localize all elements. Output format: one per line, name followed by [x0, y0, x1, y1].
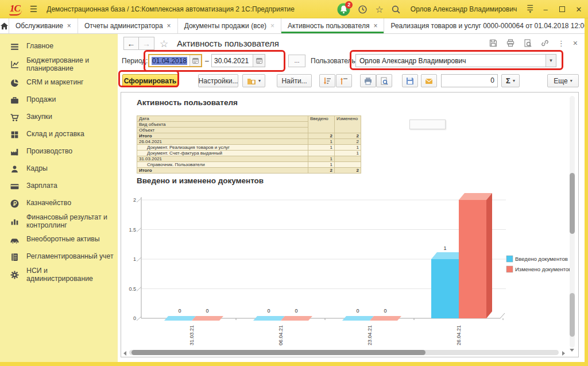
sum-field[interactable]: 0 [441, 74, 498, 87]
main-menu-icon[interactable]: ☰ [30, 4, 37, 14]
empty-tooltip [409, 120, 446, 129]
sidebar-item-menu[interactable]: Главное [0, 38, 118, 55]
horizontal-scrollbar[interactable] [129, 350, 559, 355]
page-title: Активность пользователя [177, 38, 279, 48]
svg-text:31.03.21: 31.03.21 [189, 325, 195, 345]
period-from-input[interactable]: 01.04.2018 [148, 54, 202, 67]
tab-1[interactable]: Обслуживание× [9, 18, 78, 33]
print-icon[interactable] [506, 38, 515, 48]
table-row: Итого22 [137, 168, 361, 174]
tab-5[interactable]: Реализация товаров и услуг 0000-000064 о… [384, 18, 588, 33]
card-icon [10, 182, 20, 191]
sidebar-item-car[interactable]: Внеоборотные активы [0, 231, 118, 248]
expand-groups-button[interactable] [319, 74, 335, 87]
favorites-icon[interactable]: ☆ [375, 5, 383, 14]
tab-close-icon[interactable]: × [67, 22, 71, 30]
print-preview-button[interactable] [376, 74, 392, 87]
preview-icon[interactable] [523, 38, 532, 48]
sidebar-item-ruble[interactable]: Казначейство [0, 195, 118, 212]
close-form-icon[interactable]: × [573, 38, 578, 48]
vertical-scrollbar[interactable] [570, 96, 575, 348]
save-icon[interactable] [489, 38, 498, 48]
row-value-cell [335, 162, 361, 168]
tab-label: Реализация товаров и услуг 0000-000064 о… [390, 22, 588, 30]
sidebar-item-person[interactable]: Кадры [0, 160, 118, 178]
sidebar-item-cart[interactable]: Закупки [0, 109, 118, 126]
printer-icon [363, 76, 373, 86]
notifications-button[interactable]: 2 [337, 3, 350, 16]
sidebar-item-bars[interactable]: Финансовый результат и контроллинг [0, 212, 118, 231]
sidebar-item-card[interactable]: Зарплата [0, 178, 118, 195]
settings-button[interactable]: Настройки... [198, 74, 238, 87]
sidebar-item-label: CRM и маркетинг [26, 79, 84, 87]
row-value-cell [308, 151, 335, 156]
forward-button[interactable]: → [139, 37, 154, 50]
calendar-icon[interactable] [253, 55, 265, 67]
range-dash: – [205, 57, 209, 65]
sidebar-item-ledger[interactable]: Регламентированный учет [0, 248, 118, 265]
svg-text:0: 0 [356, 308, 359, 314]
more-button[interactable]: Еще▾ [547, 74, 579, 87]
print-button[interactable] [360, 74, 376, 87]
search-icon[interactable] [391, 5, 401, 14]
vertical-scrollbar-thumb[interactable] [570, 173, 575, 234]
report-variants-button[interactable]: ▾ [242, 74, 265, 87]
notification-badge: 2 [345, 1, 353, 9]
sidebar-item-label: Закупки [26, 113, 52, 121]
generate-button[interactable]: Сформировать [122, 74, 178, 87]
minimize-button[interactable]: – [541, 5, 550, 14]
ledger-icon [10, 252, 20, 262]
svg-text:1: 1 [133, 256, 136, 262]
ruble-icon [10, 199, 20, 209]
scroll-left-arrow[interactable] [123, 351, 126, 356]
sidebar-item-factory[interactable]: Производство [0, 143, 118, 160]
scroll-right-arrow[interactable] [562, 351, 565, 356]
tab-close-icon[interactable]: × [373, 22, 377, 30]
vertical-scrollbar-thumb2[interactable] [570, 293, 575, 337]
link-icon[interactable] [540, 38, 550, 48]
sidebar-item-label: Зарплата [26, 182, 57, 190]
calendar-icon[interactable] [189, 55, 201, 66]
tab-2[interactable]: Отчеты администратора× [78, 18, 178, 33]
history-icon[interactable] [358, 5, 368, 14]
favorite-star-icon[interactable]: ☆ [160, 38, 168, 50]
tab-close-icon[interactable]: × [167, 22, 171, 30]
row-value-cell: 1 [308, 139, 335, 145]
sidebar-item-briefcase[interactable]: Продажи [0, 91, 118, 109]
tab-close-icon[interactable]: × [270, 22, 274, 30]
send-mail-button[interactable] [421, 74, 437, 87]
close-window-button[interactable]: ✕ [574, 5, 583, 14]
svg-text:0: 0 [295, 308, 297, 314]
home-tab[interactable] [0, 18, 9, 33]
sidebar-item-gear[interactable]: НСИ и администрирование [0, 265, 118, 284]
more-menu-icon[interactable]: ⋮ [558, 39, 565, 48]
sidebar-item-planning[interactable]: Бюджетирование и планирование [0, 55, 118, 74]
scroll-down-arrow[interactable] [570, 349, 574, 352]
autosum-button[interactable]: Σ▾ [501, 74, 520, 87]
period-to-input[interactable]: 30.04.2021 [211, 54, 265, 67]
tab-3[interactable]: Документы продажи (все)× [178, 18, 281, 33]
collapse-groups-button[interactable] [336, 74, 352, 87]
table-header-cell: Изменено [335, 116, 361, 133]
horizontal-scrollbar-thumb[interactable] [131, 350, 425, 355]
tab-label: Обслуживание [16, 22, 63, 30]
user-combobox[interactable]: Орлов Александр Владимирович ▼ [355, 54, 556, 67]
period-choose-button[interactable]: ... [288, 55, 305, 67]
current-user[interactable]: Орлов Александр Владимирович [411, 5, 517, 13]
sidebar-item-pie[interactable]: CRM и маркетинг [0, 74, 118, 91]
row-value-cell: 2 [308, 133, 335, 139]
cart-icon [10, 113, 20, 122]
sidebar-item-label: Склад и доставка [26, 130, 84, 138]
save-result-button[interactable] [402, 74, 418, 87]
find-button[interactable]: Найти... [277, 74, 312, 87]
chevron-down-icon[interactable]: ▼ [546, 55, 556, 67]
service-menu-icon[interactable]: ☰▾ [527, 6, 533, 13]
maximize-button[interactable] [558, 5, 567, 14]
sidebar-item-warehouse[interactable]: Склад и доставка [0, 126, 118, 143]
row-value-cell: 2 [335, 139, 361, 145]
tab-4[interactable]: Активность пользователя× [281, 18, 384, 33]
back-button[interactable]: ← [123, 37, 139, 50]
titlebar: 1С ☰ Демонстрационная база / 1С:Комплекс… [0, 0, 588, 18]
car-icon [10, 235, 20, 245]
pie-icon [10, 78, 20, 88]
